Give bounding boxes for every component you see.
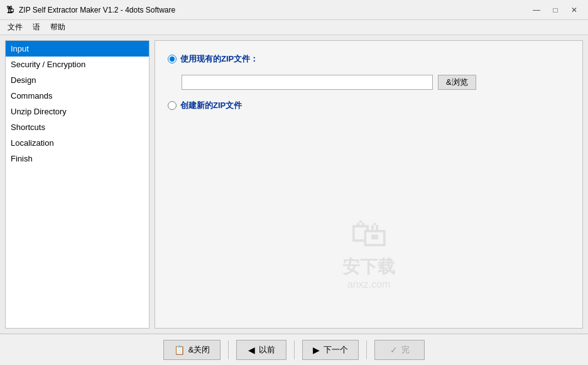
prev-button[interactable]: ◀ 以前	[236, 340, 286, 360]
sidebar-item-localization[interactable]: Localization	[6, 135, 149, 151]
menu-help[interactable]: 帮助	[45, 21, 70, 34]
browse-button[interactable]: &浏览	[438, 75, 476, 90]
option2-text: 创建新的ZIP文件	[180, 100, 242, 111]
option1-row: 使用现有的ZIP文件：	[168, 53, 570, 65]
option2-radio[interactable]	[168, 101, 177, 110]
next-label: 下一个	[324, 344, 348, 356]
close-label: &关闭	[188, 344, 210, 356]
separator-3	[366, 340, 367, 359]
watermark-icon: 🛍	[350, 212, 388, 255]
content-area: Input Security / Encryption Design Comma…	[0, 35, 588, 334]
watermark-text-cn: 安下载	[342, 255, 395, 279]
sidebar-item-design[interactable]: Design	[6, 72, 149, 88]
zip-file-input[interactable]	[182, 75, 433, 90]
zip-input-row: &浏览	[182, 75, 570, 90]
sidebar-item-finish[interactable]: Finish	[6, 151, 149, 166]
main-content: Input Security / Encryption Design Comma…	[0, 35, 588, 365]
option1-label[interactable]: 使用现有的ZIP文件：	[168, 53, 258, 65]
close-button-bottom[interactable]: 📋 &关闭	[163, 340, 221, 360]
right-panel: 使用现有的ZIP文件： &浏览 创建新的ZIP文件 🛍 安下载 anxz.com	[155, 40, 583, 329]
watermark: 🛍 安下载 anxz.com	[342, 212, 395, 290]
menu-file[interactable]: 文件	[3, 21, 28, 34]
next-button[interactable]: ▶ 下一个	[302, 340, 359, 360]
separator-1	[228, 340, 229, 359]
option2-row: 创建新的ZIP文件	[168, 100, 570, 111]
close-icon-bottom: 📋	[174, 345, 185, 355]
prev-label: 以前	[259, 344, 275, 356]
maximize-button[interactable]: □	[547, 3, 564, 18]
app-icon: 🗜	[5, 5, 15, 15]
next-icon: ▶	[313, 345, 320, 355]
sidebar-item-security[interactable]: Security / Encryption	[6, 57, 149, 72]
sidebar-item-input[interactable]: Input	[6, 41, 149, 57]
sidebar: Input Security / Encryption Design Comma…	[5, 40, 150, 329]
option1-text: 使用现有的ZIP文件：	[180, 53, 258, 65]
option1-radio[interactable]	[168, 55, 177, 63]
sidebar-item-commands[interactable]: Commands	[6, 88, 149, 104]
separator-2	[294, 340, 295, 359]
minimize-button[interactable]: —	[528, 3, 545, 18]
window-controls: — □ ✕	[528, 3, 583, 18]
bottom-bar: 📋 &关闭 ◀ 以前 ▶ 下一个 ✓ 完	[0, 334, 588, 365]
watermark-text-en: anxz.com	[347, 279, 390, 290]
title-bar: 🗜 ZIP Self Extractor Maker V1.2 - 4dots …	[0, 0, 588, 20]
sidebar-item-shortcuts[interactable]: Shortcuts	[6, 119, 149, 135]
option2-label[interactable]: 创建新的ZIP文件	[168, 100, 242, 111]
finish-button[interactable]: ✓ 完	[374, 340, 425, 360]
close-button[interactable]: ✕	[565, 3, 583, 18]
sidebar-item-unzip[interactable]: Unzip Directory	[6, 104, 149, 119]
finish-icon: ✓	[390, 345, 398, 355]
menu-lang[interactable]: 语	[28, 21, 45, 34]
title-bar-text: ZIP Self Extractor Maker V1.2 - 4dots So…	[19, 6, 528, 14]
prev-icon: ◀	[248, 345, 255, 355]
finish-label: 完	[401, 344, 410, 356]
menu-bar: 文件 语 帮助	[0, 20, 588, 35]
